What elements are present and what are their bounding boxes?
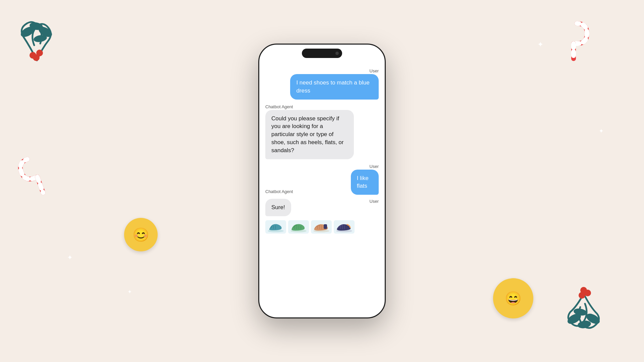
sender-label-bot-2: Chatbot Agent [265,189,293,194]
svg-point-14 [573,308,588,317]
phone-container: User I need shoes to match a blue dress … [258,44,386,318]
svg-line-9 [37,177,43,193]
bot-bubble-2: Sure! [265,199,291,216]
shoes-row [265,219,379,235]
holly-decoration-topleft [10,13,70,68]
sender-label-user-2: User [370,164,379,169]
phone-notch [302,49,342,58]
svg-point-2 [37,25,54,39]
message-row-1: User I need shoes to match a blue dress [265,68,379,100]
svg-point-17 [580,287,587,294]
message-row-2: Chatbot Agent Could you please specify i… [265,104,379,159]
svg-point-15 [579,292,585,299]
svg-point-3 [33,34,48,43]
sparkle-3: ✦ [67,253,73,261]
svg-rect-21 [324,224,327,229]
candy-cane-left [20,154,50,199]
candy-cane-topright [557,20,590,65]
bot-bubble-1: Could you please specify if you are look… [265,110,354,159]
svg-point-4 [30,52,36,59]
shoe-1 [265,220,286,234]
emoji-face-right: 😄 [493,278,533,318]
chat-area: User I need shoes to match a blue dress … [259,63,385,317]
sender-label-user-3: User [370,199,379,204]
sender-label-bot-1: Chatbot Agent [265,104,293,109]
svg-point-16 [584,290,591,296]
svg-line-10 [37,177,43,193]
shoe-3 [311,220,332,234]
shoe-2 [288,220,309,234]
sender-label-user-1: User [370,68,379,73]
svg-point-11 [585,312,601,326]
svg-point-1 [29,21,43,31]
sparkle-4: ✦ [127,289,132,295]
holly-decoration-bottomright [550,287,610,342]
sparkle-1: ✦ [537,40,543,49]
user-bubble-2: I like flats [351,170,379,195]
svg-point-12 [577,320,591,329]
svg-point-6 [33,54,40,61]
svg-point-13 [566,312,583,326]
svg-point-0 [19,25,36,39]
svg-point-5 [36,50,43,56]
sparkle-2: ✦ [599,127,604,135]
user-bubble-1: I need shoes to match a blue dress [290,74,379,100]
camera-dot [335,52,339,55]
phone: User I need shoes to match a blue dress … [258,44,386,318]
shoe-4 [334,220,355,234]
emoji-face-left: 😊 [124,218,158,251]
